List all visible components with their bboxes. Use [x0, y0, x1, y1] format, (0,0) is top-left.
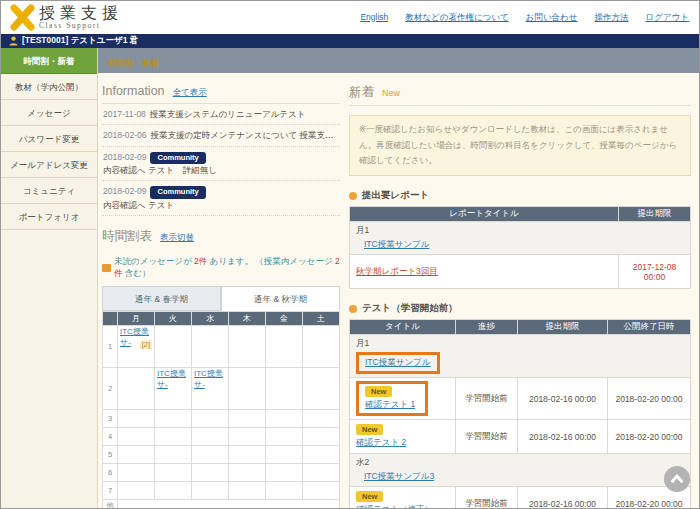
sidebar-item-timetable-new[interactable]: 時間割・新着 [1, 48, 97, 74]
reports-title-text: 提出要レポート [362, 189, 429, 202]
tab-fall-semester[interactable]: 通年 & 秋学期 [221, 286, 340, 311]
unread-count-chip: [2] [140, 340, 152, 349]
timetable-cell-empty [229, 428, 266, 446]
timetable-cell-empty [229, 368, 266, 410]
notice-box: ※一度確認したお知らせやダウンロードした教材は、この画面には表示されません。再度… [349, 115, 691, 176]
test-title-cell: New 確認テスト 1 [350, 378, 456, 420]
news-list: 2017-11-08授業支援システムのリニューアルテスト 2018-02-06授… [102, 104, 340, 216]
new-arrivals-title: 新着 [349, 84, 374, 101]
timetable-row-1: 1 ITC授業サ- [2] [103, 326, 340, 368]
tab-spring-semester[interactable]: 通年 & 春学期 [102, 286, 221, 311]
news-item[interactable]: 2018-02-09Community 内容確認へ テスト [102, 181, 340, 216]
test-row: New 確認テスト（修正） 学習開始前 2018-02-16 00:00 201… [350, 487, 691, 509]
unread-text: 未読のメッセージが 2件 あります。 （授業内メッセージ 2件 含む） [114, 256, 340, 280]
news-text: 授業支援システムのリニューアルテスト [150, 109, 306, 119]
test-close-cell: 2018-02-20 00:00 [608, 420, 691, 454]
show-all-link[interactable]: 全て表示 [173, 87, 207, 99]
test-progress-cell: 学習開始前 [456, 487, 518, 509]
sidebar-item-email[interactable]: メールアドレス変更 [1, 152, 97, 178]
new-badge: New [356, 491, 383, 502]
timetable-cell-empty [303, 464, 340, 482]
sidebar-item-materials[interactable]: 教材（学内公開） [1, 74, 97, 100]
col-test-title: タイトル [350, 320, 456, 335]
course-link[interactable]: ITC授業サンプル [365, 357, 431, 367]
news-item[interactable]: 2017-11-08授業支援システムのリニューアルテスト [102, 104, 340, 125]
test-deadline-cell: 2018-02-16 00:00 [518, 378, 608, 420]
timetable-cell-empty [266, 326, 303, 368]
bullet-icon [349, 305, 357, 313]
tests-title-text: テスト（学習開始前） [362, 302, 458, 315]
report-group-cell: 月1 ITC授業サンプル [350, 222, 691, 255]
community-badge: Community [150, 186, 205, 199]
timetable-cell-empty [192, 410, 229, 428]
highlight-box-course: ITC授業サンプル [356, 352, 440, 374]
right-column: 新着 New ※一度確認したお知らせやダウンロードした教材は、この画面には表示さ… [349, 83, 691, 508]
breadcrumb-label: 時間割・新着 [108, 58, 159, 68]
period-label: 他 [103, 500, 118, 509]
col-report-deadline: 提出期限 [619, 207, 691, 222]
news-item[interactable]: 2018-02-09Community 内容確認へ テスト 詳細無し [102, 147, 340, 182]
timetable-cell-empty [155, 482, 192, 500]
timetable-row-6: 6 [103, 464, 340, 482]
test-title-cell: New 確認テスト（修正） [350, 487, 456, 509]
timetable-header: 時間割表 表示切替 [102, 227, 340, 249]
app-logo[interactable]: 授業支援 Class Support [9, 4, 123, 31]
timetable-cell-empty [266, 428, 303, 446]
timetable-cell-empty [303, 482, 340, 500]
report-row: 秋学期レポート3回目 2017-12-08 00:00 [350, 255, 691, 289]
app-title: 授業支援 [39, 5, 123, 22]
test-link[interactable]: 確認テスト 1 [365, 399, 415, 411]
timetable-cell-empty [229, 326, 266, 368]
new-badge: New [365, 386, 392, 397]
slot-label: 水2 [356, 457, 684, 469]
day-header-wed: 水 [192, 312, 229, 326]
test-title-cell: New 確認テスト 2 [350, 420, 456, 454]
nav-copyright-link[interactable]: 教材などの著作権について [405, 12, 508, 24]
nav-contact-link[interactable]: お問い合わせ [526, 12, 578, 24]
timetable-cell-empty [118, 368, 155, 410]
test-progress-cell: 学習開始前 [456, 420, 518, 454]
tests-header-row: タイトル 進捗 提出期限 公開終了日時 [350, 320, 691, 335]
report-group-row: 月1 ITC授業サンプル [350, 222, 691, 255]
timetable-cell-wed2: ITC授業サ- [192, 368, 229, 410]
report-link[interactable]: 秋学期レポート3回目 [356, 266, 438, 276]
day-header-sat: 土 [303, 312, 340, 326]
timetable-cell-empty [155, 326, 192, 368]
nav-logout-link[interactable]: ログアウト [646, 12, 690, 24]
nav-howto-link[interactable]: 操作方法 [595, 12, 629, 24]
slot-label: 月1 [356, 225, 684, 237]
course-link[interactable]: ITC授業サンプル [364, 239, 430, 249]
sidebar-item-portfolio[interactable]: ポートフォリオ [1, 204, 97, 230]
test-deadline-cell: 2018-02-16 00:00 [518, 487, 608, 509]
timetable-row-2: 2 ITC授業サ- ITC授業サ- [103, 368, 340, 410]
period-label: 1 [103, 326, 118, 368]
nav-english-link[interactable]: English [360, 12, 388, 24]
timetable-cell-empty [266, 446, 303, 464]
course-link[interactable]: ITC授業サ- [157, 369, 186, 389]
test-link[interactable]: 確認テスト 2 [356, 437, 406, 449]
course-link[interactable]: ITC授業サ- [194, 369, 223, 389]
unread-notice: 未読のメッセージが 2件 あります。 （授業内メッセージ 2件 含む） [102, 256, 340, 280]
news-text: 内容確認へ テスト 詳細無し [103, 164, 339, 176]
test-link[interactable]: 確認テスト（修正） [356, 504, 433, 509]
sidebar-item-password[interactable]: パスワード変更 [1, 126, 97, 152]
test-group-row: 月1 ITC授業サンプル [350, 335, 691, 378]
timetable-cell-empty [303, 368, 340, 410]
report-deadline-cell: 2017-12-08 00:00 [619, 255, 691, 289]
sidebar-item-community[interactable]: コミュニティ [1, 178, 97, 204]
display-toggle-link[interactable]: 表示切替 [160, 232, 194, 244]
timetable-cell-empty [266, 410, 303, 428]
test-group-cell: 水2 ITC授業サンプル3 [350, 454, 691, 487]
test-deadline-cell: 2018-02-16 00:00 [518, 420, 608, 454]
news-item[interactable]: 2018-02-06授業支援の定時メンテナンスについて 授業支援では、毎日 午前… [102, 125, 340, 146]
sidebar-item-messages[interactable]: メッセージ [1, 100, 97, 126]
timetable-cell-empty [118, 482, 155, 500]
timetable-cell-empty [303, 326, 340, 368]
chevron-up-icon [668, 470, 686, 488]
course-link[interactable]: ITC授業サンプル3 [364, 471, 434, 481]
content: Information 全て表示 2017-11-08授業支援システムのリニュー… [98, 73, 699, 508]
scroll-to-top-button[interactable] [664, 466, 690, 492]
test-row: New 確認テスト 2 学習開始前 2018-02-16 00:00 2018-… [350, 420, 691, 454]
period-label: 5 [103, 446, 118, 464]
test-close-cell: 2018-02-20 00:00 [608, 378, 691, 420]
